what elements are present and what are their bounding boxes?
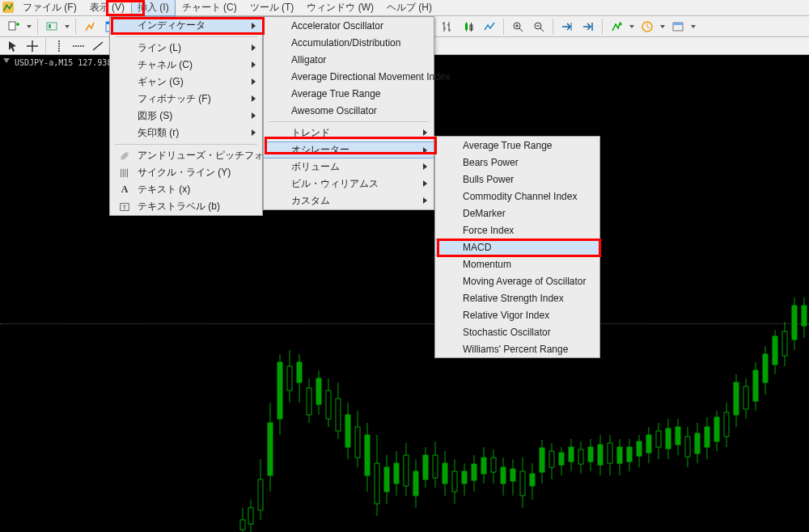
menu-help[interactable]: ヘルプ (H) xyxy=(380,0,438,16)
svg-rect-3 xyxy=(47,23,57,30)
svg-rect-57 xyxy=(472,464,477,480)
svg-rect-27 xyxy=(326,391,331,419)
svg-rect-19 xyxy=(287,366,292,391)
vline-button[interactable] xyxy=(49,38,69,54)
submenu-arrow-icon xyxy=(252,129,256,136)
menu-osc-mao[interactable]: Moving Average of Oscillator xyxy=(435,272,599,289)
trendline-button[interactable] xyxy=(88,38,108,54)
svg-rect-59 xyxy=(481,458,486,474)
chart-shift-button[interactable] xyxy=(578,18,599,36)
submenu-arrow-icon xyxy=(423,197,427,204)
svg-rect-87 xyxy=(617,447,622,463)
menu-indicator[interactable]: インディケータ xyxy=(110,17,262,34)
svg-rect-9 xyxy=(240,520,245,530)
menu-shapes[interactable]: 図形 (S) xyxy=(110,108,262,125)
menu-custom[interactable]: カスタム xyxy=(264,192,434,209)
menu-gann[interactable]: ギャン (G) xyxy=(110,74,262,91)
svg-rect-79 xyxy=(578,450,583,464)
menu-line[interactable]: ライン (L) xyxy=(110,40,262,57)
profiles-dropdown[interactable] xyxy=(62,18,72,36)
crosshair-button[interactable] xyxy=(23,38,42,54)
oscillators-menu: Average True Range Bears Power Bulls Pow… xyxy=(434,136,600,358)
svg-rect-41 xyxy=(394,463,399,483)
menu-trend[interactable]: トレンド xyxy=(264,125,434,141)
menu-textlabel[interactable]: Tテキストラベル (b) xyxy=(110,198,262,215)
periodicity-button[interactable] xyxy=(637,18,658,36)
menubar: ファイル (F) 表示 (V) 挿入 (I) チャート (C) ツール (T) … xyxy=(0,0,809,16)
new-chart-button[interactable] xyxy=(3,18,24,36)
menu-accumulation-distribution[interactable]: Accumulation/Distribution xyxy=(264,34,434,51)
menu-tools[interactable]: ツール (T) xyxy=(244,0,301,16)
menu-osc-macd[interactable]: MACD xyxy=(435,239,599,255)
menu-file[interactable]: ファイル (F) xyxy=(16,0,83,16)
menu-osc-rsi[interactable]: Relative Strength Index xyxy=(435,289,599,306)
zoom-out-button[interactable] xyxy=(528,18,549,36)
templates-dropdown[interactable] xyxy=(688,18,698,36)
svg-rect-111 xyxy=(734,382,739,415)
autoscroll-button[interactable] xyxy=(557,18,578,36)
menu-atr[interactable]: Average True Range xyxy=(264,85,434,102)
svg-rect-53 xyxy=(452,471,457,492)
menu-oscillator[interactable]: オシレーター xyxy=(264,141,434,158)
zoom-in-button[interactable] xyxy=(507,18,528,36)
bar-chart-button[interactable] xyxy=(437,18,458,36)
market-watch-button[interactable] xyxy=(79,18,100,36)
menu-osc-cci[interactable]: Commodity Channel Index xyxy=(435,188,599,205)
submenu-arrow-icon xyxy=(252,44,256,51)
menu-fibonacci[interactable]: フィボナッチ (F) xyxy=(110,91,262,108)
line-chart-button[interactable] xyxy=(479,18,500,36)
svg-rect-37 xyxy=(375,463,379,504)
indicators-button[interactable] xyxy=(606,18,627,36)
menu-view[interactable]: 表示 (V) xyxy=(83,0,131,16)
periodicity-dropdown[interactable] xyxy=(658,18,667,36)
menu-osc-force[interactable]: Force Index xyxy=(435,222,599,239)
svg-rect-21 xyxy=(297,362,302,382)
menu-volume[interactable]: ボリューム xyxy=(264,158,434,175)
menu-insert[interactable]: 挿入 (I) xyxy=(131,0,176,16)
svg-rect-125 xyxy=(802,306,807,326)
menu-adx[interactable]: Average Directional Movement Index xyxy=(264,68,434,85)
submenu-arrow-icon xyxy=(252,95,256,102)
menu-accelerator-oscillator[interactable]: Accelerator Oscillator xyxy=(264,17,434,34)
menu-osc-bears[interactable]: Bears Power xyxy=(435,154,599,171)
menu-pitchfork[interactable]: アンドリューズ・ピッチフォーク (A) xyxy=(110,147,262,164)
svg-rect-109 xyxy=(724,412,729,437)
menu-window[interactable]: ウィンドウ (W) xyxy=(300,0,380,16)
menu-channel[interactable]: チャネル (C) xyxy=(110,57,262,74)
svg-rect-119 xyxy=(773,336,777,365)
svg-rect-117 xyxy=(763,354,768,382)
menu-alligator[interactable]: Alligator xyxy=(264,51,434,68)
svg-rect-97 xyxy=(666,429,671,449)
svg-rect-4 xyxy=(49,24,51,28)
svg-rect-123 xyxy=(792,306,797,340)
menu-arrows[interactable]: 矢印類 (r) xyxy=(110,125,262,141)
menu-text[interactable]: Aテキスト (x) xyxy=(110,181,262,198)
menu-osc-wpr[interactable]: Williams' Percent Range xyxy=(435,340,599,357)
svg-rect-69 xyxy=(530,474,535,486)
svg-text:T: T xyxy=(122,203,126,210)
menu-osc-bulls[interactable]: Bulls Power xyxy=(435,171,599,188)
svg-rect-95 xyxy=(656,431,661,447)
templates-button[interactable] xyxy=(667,18,688,36)
new-chart-dropdown[interactable] xyxy=(24,18,34,36)
menu-osc-rvi[interactable]: Relative Vigor Index xyxy=(435,306,599,323)
menu-osc-demarker[interactable]: DeMarker xyxy=(435,205,599,222)
menu-awesome[interactable]: Awesome Oscillator xyxy=(264,102,434,119)
svg-rect-81 xyxy=(588,447,593,462)
menu-osc-momentum[interactable]: Momentum xyxy=(435,255,599,272)
candle-chart-button[interactable] xyxy=(458,18,479,36)
menu-osc-atr[interactable]: Average True Range xyxy=(435,137,599,154)
svg-rect-73 xyxy=(549,451,554,467)
cursor-button[interactable] xyxy=(3,38,23,54)
indicators-dropdown[interactable] xyxy=(627,18,637,36)
menu-cycle[interactable]: サイクル・ライン (Y) xyxy=(110,164,262,181)
menu-bill-williams[interactable]: ビル・ウィリアムス xyxy=(264,175,434,192)
insert-menu: インディケータ ライン (L) チャネル (C) ギャン (G) フィボナッチ … xyxy=(109,16,263,216)
menu-chart[interactable]: チャート (C) xyxy=(176,0,244,16)
menu-osc-stochastic[interactable]: Stochastic Oscillator xyxy=(435,323,599,340)
hline-button[interactable] xyxy=(69,38,88,54)
submenu-arrow-icon xyxy=(252,112,256,119)
submenu-arrow-icon xyxy=(423,129,427,136)
svg-rect-99 xyxy=(676,427,680,445)
profiles-button[interactable] xyxy=(41,18,62,36)
